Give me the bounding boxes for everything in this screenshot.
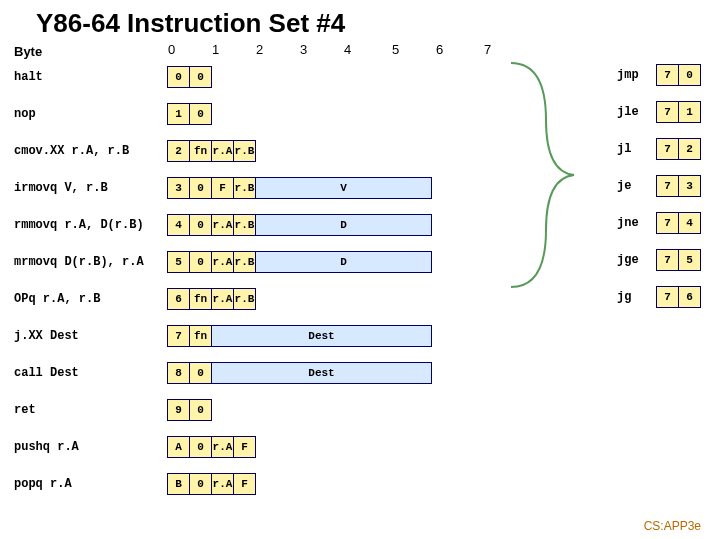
col-header: 5 <box>392 42 399 57</box>
byte-cell: 0 <box>189 177 212 199</box>
dest-cell: Dest <box>211 362 432 384</box>
byte-cell: r.A <box>211 436 234 458</box>
byte-cell: r.B <box>233 214 256 236</box>
jump-byte-cell: 7 <box>656 286 679 308</box>
instruction-label: rmmovq r.A, D(r.B) <box>14 218 168 232</box>
byte-cell: r.B <box>233 177 256 199</box>
instruction-row: ret90 <box>14 399 212 421</box>
instruction-label: irmovq V, r.B <box>14 181 168 195</box>
instruction-label: mrmovq D(r.B), r.A <box>14 255 168 269</box>
byte-cell: r.B <box>233 140 256 162</box>
byte-cell: 0 <box>189 362 212 384</box>
value-cell: D <box>255 214 432 236</box>
byte-cell: 3 <box>167 177 190 199</box>
jump-row: jle71 <box>617 101 701 123</box>
byte-cell: 0 <box>189 436 212 458</box>
instruction-label: pushq r.A <box>14 440 168 454</box>
value-cell: V <box>255 177 432 199</box>
jump-byte-cell: 7 <box>656 249 679 271</box>
instruction-row: j.XX Dest7fnDest <box>14 325 432 347</box>
jump-byte-cell: 1 <box>678 101 701 123</box>
jump-byte-cell: 5 <box>678 249 701 271</box>
byte-cell: 0 <box>189 251 212 273</box>
instruction-row: popq r.AB0r.AF <box>14 473 256 495</box>
jump-row: jne74 <box>617 212 701 234</box>
byte-cell: fn <box>189 140 212 162</box>
byte-cell: F <box>233 436 256 458</box>
col-header: 6 <box>436 42 443 57</box>
byte-cell: 7 <box>167 325 190 347</box>
byte-cell: F <box>211 177 234 199</box>
jump-row: jge75 <box>617 249 701 271</box>
credit-text: CS:APP3e <box>644 519 701 533</box>
instruction-label: cmov.XX r.A, r.B <box>14 144 168 158</box>
byte-cell: 0 <box>189 214 212 236</box>
col-header: 3 <box>300 42 307 57</box>
byte-cell: 8 <box>167 362 190 384</box>
byte-cell: fn <box>189 325 212 347</box>
jump-row: jg76 <box>617 286 701 308</box>
jump-label: jg <box>617 290 657 304</box>
byte-cell: r.B <box>233 251 256 273</box>
byte-cell: 4 <box>167 214 190 236</box>
col-header: 4 <box>344 42 351 57</box>
instruction-label: OPq r.A, r.B <box>14 292 168 306</box>
col-header: 2 <box>256 42 263 57</box>
instruction-row: cmov.XX r.A, r.B2fnr.Ar.B <box>14 140 256 162</box>
jump-byte-cell: 6 <box>678 286 701 308</box>
byte-cell: r.B <box>233 288 256 310</box>
instruction-row: halt00 <box>14 66 212 88</box>
instruction-label: halt <box>14 70 168 84</box>
jump-label: je <box>617 179 657 193</box>
dest-cell: Dest <box>211 325 432 347</box>
instruction-label: popq r.A <box>14 477 168 491</box>
jump-row: jl72 <box>617 138 701 160</box>
instruction-label: nop <box>14 107 168 121</box>
instruction-label: call Dest <box>14 366 168 380</box>
jump-byte-cell: 7 <box>656 175 679 197</box>
byte-cell: r.A <box>211 288 234 310</box>
byte-cell: 9 <box>167 399 190 421</box>
jump-byte-cell: 4 <box>678 212 701 234</box>
col-header: 7 <box>484 42 491 57</box>
byte-cell: 0 <box>189 473 212 495</box>
byte-cell: A <box>167 436 190 458</box>
jump-label: jge <box>617 253 657 267</box>
instruction-row: rmmovq r.A, D(r.B)40r.Ar.BD <box>14 214 432 236</box>
instruction-row: call Dest80Dest <box>14 362 432 384</box>
instruction-row: pushq r.AA0r.AF <box>14 436 256 458</box>
jump-byte-cell: 7 <box>656 138 679 160</box>
page-title: Y86-64 Instruction Set #4 <box>0 0 719 41</box>
jump-row: jmp70 <box>617 64 701 86</box>
byte-cell: 0 <box>167 66 190 88</box>
byte-cell: r.A <box>211 140 234 162</box>
instruction-row: mrmovq D(r.B), r.A50r.Ar.BD <box>14 251 432 273</box>
byte-cell: 2 <box>167 140 190 162</box>
jump-table: jmp70jle71jl72je73jne74jge75jg76 <box>617 64 701 323</box>
brace-icon <box>506 60 576 290</box>
byte-cell: r.A <box>211 251 234 273</box>
byte-cell: B <box>167 473 190 495</box>
byte-cell: 5 <box>167 251 190 273</box>
instruction-label: ret <box>14 403 168 417</box>
jump-byte-cell: 3 <box>678 175 701 197</box>
byte-cell: r.A <box>211 473 234 495</box>
instruction-row: irmovq V, r.B30Fr.BV <box>14 177 432 199</box>
jump-byte-cell: 7 <box>656 101 679 123</box>
jump-byte-cell: 2 <box>678 138 701 160</box>
col-header: 0 <box>168 42 175 57</box>
jump-label: jl <box>617 142 657 156</box>
byte-cell: 6 <box>167 288 190 310</box>
instruction-label: j.XX Dest <box>14 329 168 343</box>
byte-cell: 0 <box>189 399 212 421</box>
jump-row: je73 <box>617 175 701 197</box>
jump-label: jle <box>617 105 657 119</box>
byte-cell: 0 <box>189 66 212 88</box>
value-cell: D <box>255 251 432 273</box>
byte-cell: fn <box>189 288 212 310</box>
col-header: 1 <box>212 42 219 57</box>
byte-cell: 0 <box>189 103 212 125</box>
instruction-row: nop10 <box>14 103 212 125</box>
byte-cell: 1 <box>167 103 190 125</box>
byte-label: Byte <box>14 44 42 59</box>
